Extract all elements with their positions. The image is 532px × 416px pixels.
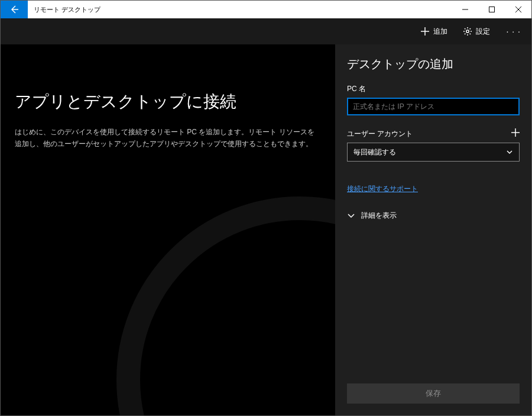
show-details-label: 詳細を表示 [361, 211, 397, 221]
plus-icon [511, 128, 520, 137]
panel-title: デスクトップの追加 [347, 56, 520, 72]
show-details-toggle[interactable]: 詳細を表示 [347, 211, 520, 221]
close-icon [515, 7, 521, 12]
settings-label: 設定 [476, 27, 490, 37]
background-circle [116, 196, 335, 415]
app-window: リモート デスクトップ 追加 設定 · · · アプリとデスクトップに接続 [0, 0, 532, 416]
main-area: アプリとデスクトップに接続 はじめに、このデバイスを使用して接続するリモート P… [1, 44, 335, 415]
minimize-icon [462, 7, 468, 12]
main-desc-line2: 追加し、他のユーザーがセットアップしたアプリやデスクトップで使用することもできま… [15, 140, 313, 148]
pc-name-input[interactable] [347, 98, 520, 115]
main-heading: アプリとデスクトップに接続 [15, 91, 321, 113]
title-spacer [106, 1, 452, 18]
close-button[interactable] [505, 1, 531, 18]
back-button[interactable] [1, 1, 28, 18]
window-title: リモート デスクトップ [28, 1, 106, 18]
user-account-value: 毎回確認する [353, 147, 396, 157]
settings-button[interactable]: 設定 [457, 23, 496, 40]
more-icon: · · · [507, 27, 521, 36]
plus-icon [420, 27, 430, 36]
user-account-select[interactable]: 毎回確認する [347, 143, 520, 162]
gear-icon [463, 27, 472, 36]
app-body: アプリとデスクトップに接続 はじめに、このデバイスを使用して接続するリモート P… [1, 44, 531, 415]
save-button[interactable]: 保存 [347, 383, 520, 404]
main-description: はじめに、このデバイスを使用して接続するリモート PC を追加します。リモート … [15, 126, 321, 150]
add-desktop-panel: デスクトップの追加 PC 名 ユーザー アカウント 毎回確認する 接続に関するサ… [335, 44, 531, 415]
svg-point-6 [466, 30, 468, 33]
minimize-button[interactable] [452, 1, 478, 18]
add-account-button[interactable] [511, 128, 520, 139]
maximize-icon [489, 7, 495, 12]
svg-rect-1 [489, 7, 494, 12]
maximize-button[interactable] [478, 1, 505, 18]
pc-name-label: PC 名 [347, 84, 520, 94]
user-account-label: ユーザー アカウント [347, 129, 413, 139]
user-account-row: ユーザー アカウント [347, 128, 520, 139]
title-bar: リモート デスクトップ [1, 1, 531, 18]
command-bar: 追加 設定 · · · [1, 18, 531, 44]
more-button[interactable]: · · · [499, 23, 528, 40]
main-desc-line1: はじめに、このデバイスを使用して接続するリモート PC を追加します。リモート … [15, 128, 314, 136]
panel-spacer [347, 221, 520, 383]
chevron-down-icon [347, 212, 355, 220]
save-label: 保存 [426, 388, 441, 399]
support-link[interactable]: 接続に関するサポート [347, 184, 520, 194]
add-button[interactable]: 追加 [414, 23, 453, 40]
add-label: 追加 [433, 27, 447, 37]
chevron-down-icon [506, 149, 513, 156]
arrow-left-icon [9, 5, 19, 14]
